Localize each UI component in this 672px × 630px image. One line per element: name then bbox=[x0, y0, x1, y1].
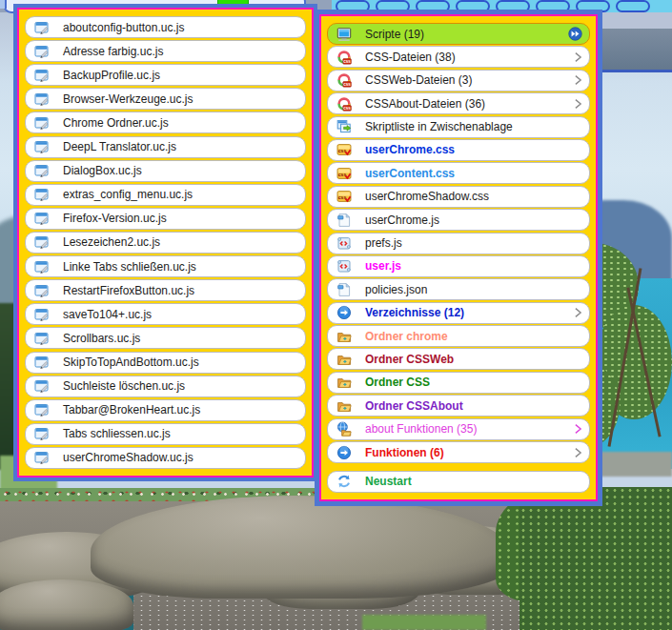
toolbar-chip bbox=[0, 0, 7, 9]
menu-item-label: user.js bbox=[365, 259, 401, 273]
menu-item-label: Funktionen (6) bbox=[365, 446, 444, 459]
menu-item-browser-werkzeuge-uc-js[interactable]: Browser-Werkzeuge.uc.js bbox=[25, 88, 306, 110]
menu-item-userchromeshadow-css[interactable]: userChromeShadow.css bbox=[327, 186, 590, 208]
menu-item-label: Tabs schliessen.uc.js bbox=[63, 427, 171, 440]
menu-item-prefs-js[interactable]: prefs.js bbox=[327, 233, 590, 254]
menu-item-tabs-schliessen-uc-js[interactable]: Tabs schliessen.uc.js bbox=[25, 423, 306, 445]
menu-item-cssweb-dateien-3[interactable]: CSSWeb-Dateien (3) bbox=[327, 70, 590, 91]
scroll-icon bbox=[336, 258, 353, 274]
menu-item-ordner-chrome[interactable]: Ordner chrome bbox=[327, 325, 590, 347]
menu-item-label: extras_config_menu.uc.js bbox=[63, 188, 193, 201]
menu-item-skriptliste-in-zwischenablage[interactable]: Skriptliste in Zwischenablage bbox=[327, 116, 590, 138]
menu-item-saveto104-uc-js[interactable]: saveTo104+.uc.js bbox=[25, 303, 306, 325]
script-window-icon bbox=[34, 306, 51, 322]
css-reload-icon bbox=[336, 95, 353, 112]
menu-item-label: RestartFirefoxButton.uc.js bbox=[63, 284, 194, 297]
css-file-icon bbox=[336, 142, 353, 158]
menu-item-firefox-version-uc-js[interactable]: Firefox-Version.uc.js bbox=[25, 208, 306, 230]
menu-item-skiptotopandbottom-uc-js[interactable]: SkipToTopAndBottom.uc.js bbox=[25, 352, 306, 374]
menu-item-neustart[interactable]: Neustart bbox=[327, 471, 590, 493]
script-window-icon bbox=[34, 234, 51, 251]
menu-item-extras-config-menu-uc-js[interactable]: extras_config_menu.uc.js bbox=[25, 184, 306, 206]
script-window-icon bbox=[34, 139, 51, 155]
monitor-icon bbox=[336, 26, 353, 42]
menu-item-userchrome-js[interactable]: userChrome.js bbox=[327, 209, 590, 231]
copy-clipboard-icon bbox=[336, 119, 353, 135]
menu-item-lesezeichen2-uc-js[interactable]: Lesezeichen2.uc.js bbox=[25, 232, 306, 254]
menu-item-label: Tabbar@BrokenHeart.uc.js bbox=[63, 403, 200, 417]
menu-item-linke-tabs-schlie-en-uc-js[interactable]: Linke Tabs schließen.uc.js bbox=[25, 255, 306, 277]
scripts-submenu-panel: aboutconfig-button.uc.jsAdresse farbig.u… bbox=[13, 4, 317, 481]
blue-arrow-icon bbox=[336, 444, 353, 460]
menu-item-css-dateien-38[interactable]: CSS-Dateien (38) bbox=[327, 46, 590, 68]
menu-item-cssabout-dateien-36[interactable]: CSSAbout-Dateien (36) bbox=[327, 92, 590, 114]
menu-item-backupprofile-uc-js[interactable]: BackupProfile.uc.js bbox=[25, 64, 306, 86]
menu-item-label: userChrome.js bbox=[365, 213, 439, 227]
script-window-icon bbox=[34, 43, 51, 59]
menu-item-label: DialogBox.uc.js bbox=[63, 164, 142, 177]
scroll-icon bbox=[336, 235, 353, 252]
browser-window-edge bbox=[601, 12, 672, 30]
menu-item-tabbar-brokenheart-uc-js[interactable]: Tabbar@BrokenHeart.uc.js bbox=[25, 399, 306, 421]
js-page-icon bbox=[336, 212, 353, 228]
menu-separator bbox=[327, 464, 590, 469]
menu-item-funktionen-6[interactable]: Funktionen (6) bbox=[327, 441, 590, 463]
script-window-icon bbox=[34, 211, 51, 227]
menu-item-label: Firefox-Version.uc.js bbox=[63, 212, 167, 225]
menu-item-label: BackupProfile.uc.js bbox=[63, 69, 160, 82]
script-window-icon bbox=[34, 330, 51, 346]
menu-item-deepl-translator-uc-js[interactable]: DeepL Translator.uc.js bbox=[25, 136, 306, 158]
tab-outline[interactable] bbox=[616, 0, 650, 12]
globe-folder-icon bbox=[336, 421, 353, 437]
boulder bbox=[0, 579, 133, 630]
menu-item-label: saveTo104+.uc.js bbox=[63, 308, 152, 321]
script-window-icon bbox=[34, 163, 51, 179]
menu-item-label: Lesezeichen2.uc.js bbox=[63, 235, 160, 249]
script-window-icon bbox=[34, 91, 51, 107]
menu-item-scripte-19[interactable]: Scripte (19) bbox=[327, 23, 590, 45]
menu-item-ordner-css[interactable]: Ordner CSS bbox=[327, 372, 590, 394]
menu-item-label: SkipToTopAndBottom.uc.js bbox=[63, 356, 199, 369]
menu-item-label: CSS-Dateien (38) bbox=[365, 51, 456, 64]
menu-item-restartfirefoxbutton-uc-js[interactable]: RestartFirefoxButton.uc.js bbox=[25, 279, 306, 301]
menu-item-about-funktionen-35[interactable]: about Funktionen (35) bbox=[327, 418, 590, 440]
menu-item-aboutconfig-button-uc-js[interactable]: aboutconfig-button.uc.js bbox=[25, 16, 306, 38]
menu-item-label: userChrome.css bbox=[365, 143, 455, 156]
menu-item-ordner-cssabout[interactable]: Ordner CSSAbout bbox=[327, 395, 590, 417]
css-file-icon bbox=[336, 189, 353, 205]
chevron-right-icon bbox=[574, 51, 582, 64]
menu-item-label: DeepL Translator.uc.js bbox=[63, 140, 176, 153]
menu-item-userchromeshadow-uc-js[interactable]: userChromeShadow.uc.js bbox=[25, 447, 306, 469]
menu-item-userchrome-css[interactable]: userChrome.css bbox=[327, 139, 590, 161]
menu-item-policies-json[interactable]: policies.json bbox=[327, 278, 590, 300]
menu-item-label: Skriptliste in Zwischenablage bbox=[365, 120, 513, 133]
script-window-icon bbox=[34, 426, 51, 442]
script-window-icon bbox=[34, 450, 51, 466]
menu-item-label: Neustart bbox=[365, 475, 412, 488]
main-menu-panel: Scripte (19)CSS-Dateien (38)CSSWeb-Datei… bbox=[315, 10, 602, 506]
chevron-right-icon bbox=[574, 73, 582, 87]
desktop-screenshot: Scripte (19)CSS-Dateien (38)CSSWeb-Datei… bbox=[0, 0, 672, 630]
menu-item-usercontent-css[interactable]: userContent.css bbox=[327, 162, 590, 184]
menu-item-scrollbars-uc-js[interactable]: Scrollbars.uc.js bbox=[25, 327, 306, 349]
script-window-icon bbox=[34, 19, 51, 35]
js-page-icon bbox=[336, 281, 353, 297]
chevron-right-icon bbox=[574, 422, 582, 436]
scripts-submenu-list: aboutconfig-button.uc.jsAdresse farbig.u… bbox=[17, 8, 314, 478]
menu-item-adresse-farbig-uc-js[interactable]: Adresse farbig.uc.js bbox=[25, 40, 306, 62]
menu-item-verzeichnisse-12[interactable]: Verzeichnisse (12) bbox=[327, 302, 590, 324]
grass bbox=[362, 615, 486, 630]
menu-item-ordner-cssweb[interactable]: Ordner CSSWeb bbox=[327, 348, 590, 370]
refresh-icon bbox=[336, 474, 353, 490]
menu-item-label: Ordner chrome bbox=[365, 330, 448, 343]
menu-item-label: Linke Tabs schließen.uc.js bbox=[63, 260, 196, 274]
menu-item-user-js[interactable]: user.js bbox=[327, 255, 590, 277]
menu-item-chrome-ordner-uc-js[interactable]: Chrome Ordner.uc.js bbox=[25, 112, 306, 133]
menu-item-label: CSSWeb-Dateien (3) bbox=[365, 73, 473, 87]
menu-item-label: Ordner CSS bbox=[365, 376, 430, 389]
menu-item-dialogbox-uc-js[interactable]: DialogBox.uc.js bbox=[25, 160, 306, 182]
folder-icon bbox=[336, 351, 353, 367]
script-window-icon bbox=[34, 378, 51, 395]
menu-item-label: Adresse farbig.uc.js bbox=[63, 45, 163, 58]
menu-item-suchleiste-l-schen-uc-js[interactable]: Suchleiste löschen.uc.js bbox=[25, 376, 306, 397]
